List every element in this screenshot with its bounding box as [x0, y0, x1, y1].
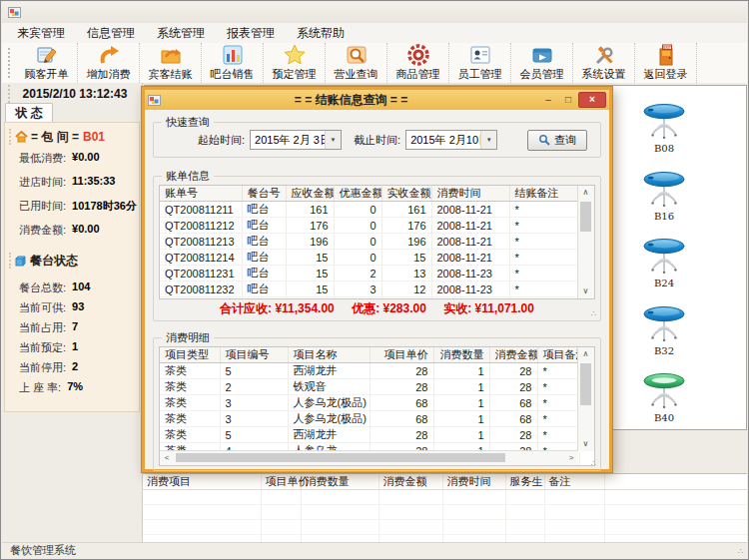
- scrollbar-thumb[interactable]: [580, 363, 591, 405]
- toolbar-staff-mgmt-button[interactable]: 员工管理: [449, 43, 511, 83]
- menu-help[interactable]: 系统帮助: [286, 23, 356, 44]
- table-row[interactable]: 茶类5西湖龙井28128*: [160, 427, 579, 443]
- statusbar: 餐饮管理系统 ∴: [2, 542, 747, 558]
- table-B32[interactable]: B32: [629, 305, 699, 356]
- table-row[interactable]: QT200811212吧台17601762008-11-21*: [160, 218, 579, 234]
- table-header-cell: 优惠金额: [334, 186, 381, 202]
- query-button[interactable]: 查询: [527, 130, 587, 151]
- toolbar-business-query-button[interactable]: 营业查询: [326, 43, 387, 83]
- table-cell: *: [509, 202, 579, 218]
- scrollbar-thumb[interactable]: [176, 453, 505, 462]
- menubar: 来宾管理 信息管理 系统管理 报表管理 系统帮助: [2, 23, 747, 44]
- table-header-cell: 项目名称: [288, 347, 370, 363]
- toolbar-settings-button[interactable]: 系统设置: [573, 43, 635, 83]
- table-status-list: 餐台总数: 104 当前可供: 93 当前占用: 7 当前预定: 1: [19, 280, 137, 400]
- info-label: 当前停用:: [19, 360, 66, 374]
- table-row: [143, 520, 747, 535]
- table-cell: [604, 520, 747, 535]
- info-label: 当前预定:: [19, 340, 66, 354]
- scroll-down-icon[interactable]: ∨: [578, 284, 593, 298]
- table-cell: QT200811261: [160, 297, 242, 300]
- table-row[interactable]: QT200811232吧台153122008-11-23*: [160, 281, 579, 297]
- menu-info-mgmt[interactable]: 信息管理: [76, 23, 146, 44]
- table-row[interactable]: QT200811211吧台16101612008-11-21*: [160, 202, 579, 218]
- start-date-picker[interactable]: 2015年 2月 3日 ▼: [250, 130, 342, 150]
- table-row[interactable]: 茶类5西湖龙井28128*: [160, 363, 579, 379]
- scroll-down-icon[interactable]: ∨: [578, 437, 593, 451]
- table-cell: 吧台: [242, 202, 286, 218]
- table-label: B24: [629, 278, 699, 288]
- end-date-picker[interactable]: 2015年 2月10日 ▼: [405, 130, 497, 150]
- toolbar-add-consume-button[interactable]: 增加消费: [78, 43, 140, 83]
- scroll-left-icon[interactable]: <: [160, 451, 174, 464]
- scroll-right-icon[interactable]: >: [564, 451, 578, 464]
- dialog-titlebar: = = 结账信息查询 = = – □ ×: [145, 90, 609, 110]
- start-time-label: 起始时间:: [198, 133, 245, 148]
- summary-total: 合计应收: ¥11,354.00: [220, 301, 335, 315]
- datetime-display: 2015/2/10 13:12:43: [8, 85, 140, 103]
- info-row: 消费金额: ¥0.00: [19, 223, 137, 237]
- minimize-button[interactable]: –: [538, 93, 558, 108]
- horizontal-scrollbar[interactable]: < >: [160, 450, 578, 465]
- toolbar-guest-checkout-button[interactable]: 宾客结账: [140, 43, 202, 83]
- chevron-down-icon[interactable]: ▼: [480, 131, 496, 149]
- table-header-row: 账单号餐台号应收金额优惠金额实收金额消费时间结账备注: [160, 186, 579, 202]
- table-row[interactable]: QT200811213吧台19601962008-11-21*: [160, 234, 579, 250]
- toolbar-label: 宾客结账: [149, 67, 193, 82]
- vertical-scrollbar[interactable]: ∧ ∨: [577, 186, 594, 298]
- end-time-label: 截止时间:: [354, 133, 400, 148]
- table-B08[interactable]: B08: [629, 103, 699, 154]
- chevron-down-icon[interactable]: ▼: [325, 131, 341, 149]
- table-cell: [261, 505, 301, 520]
- main-content: 2015/2/10 13:12:43 状 态 = 包 间 = B01 最低消费:…: [2, 83, 747, 543]
- tab-status[interactable]: 状 态: [5, 103, 53, 122]
- status-panel: = 包 间 = B01 最低消费: ¥0.00 进店时间: 11:35:33 已…: [4, 122, 140, 412]
- toolbar-open-bill-button[interactable]: 顾客开单: [16, 43, 78, 83]
- scrollbar-thumb[interactable]: [580, 202, 591, 232]
- info-row: 上 座 率: 7%: [19, 380, 137, 394]
- search-icon: [345, 44, 369, 66]
- menu-report-mgmt[interactable]: 报表管理: [216, 23, 286, 44]
- table-B16[interactable]: B16: [629, 171, 699, 222]
- group-label: 账单信息: [162, 169, 214, 184]
- table-row[interactable]: QT200811231吧台152132008-11-23*: [160, 266, 579, 281]
- menu-system-mgmt[interactable]: 系统管理: [146, 23, 216, 44]
- info-label: 最低消费:: [19, 151, 66, 165]
- table-B40[interactable]: B40: [629, 372, 699, 423]
- table-B24[interactable]: B24: [629, 238, 699, 288]
- toolbar-logout-button[interactable]: EXIT 返回登录: [635, 43, 697, 83]
- scroll-up-icon[interactable]: ∧: [578, 347, 593, 361]
- table-cell: [378, 505, 442, 520]
- table-cell: 吧台: [242, 281, 286, 297]
- table-row[interactable]: QT200811261吧台400402008-11-26*: [160, 297, 579, 300]
- toolbar-goods-mgmt-button[interactable]: 商品管理: [387, 43, 449, 83]
- table-cell: *: [509, 266, 579, 281]
- table-cell: [604, 490, 747, 505]
- table-cell: QT200811231: [160, 266, 242, 281]
- table-row[interactable]: 茶类2铁观音28128*: [160, 379, 579, 395]
- close-button[interactable]: ×: [578, 92, 606, 108]
- toolbar-reservation-button[interactable]: 预定管理: [264, 43, 326, 83]
- scroll-up-icon[interactable]: ∧: [578, 186, 593, 200]
- table-row[interactable]: 茶类3人参乌龙(极品)68168*: [160, 395, 579, 411]
- table-cell: [505, 490, 544, 505]
- toolbar-member-mgmt-button[interactable]: 会员管理: [511, 43, 573, 83]
- resize-grip: ∴: [738, 547, 743, 556]
- vertical-scrollbar[interactable]: ∧ ∨: [577, 347, 594, 451]
- toolbar-bar-sales-button[interactable]: 吧台销售: [202, 43, 264, 83]
- table-header-cell: 应收金额: [286, 186, 334, 202]
- table-cell: 0: [334, 202, 381, 218]
- table-cell: [442, 520, 505, 535]
- menu-guest-mgmt[interactable]: 来宾管理: [6, 23, 76, 44]
- group-label: 消费明细: [162, 330, 214, 345]
- table-cell: 28: [489, 427, 537, 443]
- table-cell: QT200811211: [160, 202, 242, 218]
- table-cell: 2008-11-21: [431, 218, 509, 234]
- maximize-button[interactable]: □: [558, 93, 578, 108]
- info-label: 上 座 率:: [19, 380, 61, 394]
- tools-icon: [592, 44, 616, 66]
- table-cell: [261, 490, 301, 505]
- table-row[interactable]: 茶类3人参乌龙(极品)68168*: [160, 411, 579, 427]
- table-row[interactable]: QT200811214吧台150152008-11-21*: [160, 250, 579, 266]
- dialog-body: 快速查询 起始时间: 2015年 2月 3日 ▼ 截止时间: 2015年 2月1…: [145, 110, 609, 469]
